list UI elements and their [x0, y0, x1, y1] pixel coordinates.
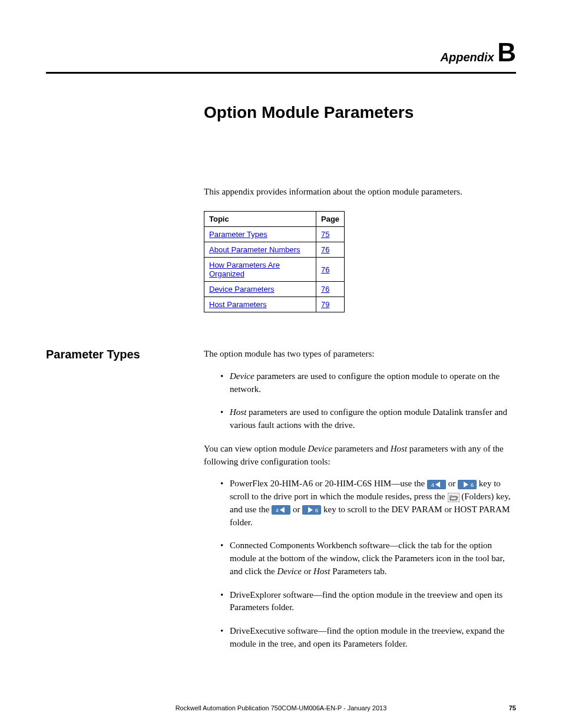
toc-link[interactable]: Host Parameters — [209, 300, 267, 309]
text: You can view option module — [204, 444, 308, 453]
section-parameter-types: Parameter Types The option module has tw… — [46, 348, 516, 661]
text: or — [293, 505, 302, 514]
svg-text:4: 4 — [276, 508, 279, 513]
table-row: Host Parameters 79 — [204, 297, 345, 312]
svg-text:6: 6 — [471, 482, 474, 488]
section-body: The option module has two types of param… — [204, 348, 516, 661]
emphasis: Host — [230, 407, 246, 417]
emphasis: Device — [308, 444, 332, 453]
list-item: DriveExplorer software—find the option m… — [220, 589, 516, 615]
toc-head-topic: Topic — [204, 212, 316, 227]
emphasis: Host — [313, 566, 330, 576]
emphasis: Device — [230, 371, 254, 381]
table-row: About Parameter Numbers 76 — [204, 242, 345, 258]
list-item: Host parameters are used to configure th… — [220, 406, 516, 432]
text: parameters are used to configure the opt… — [230, 407, 507, 430]
paragraph: The option module has two types of param… — [204, 348, 516, 361]
list-item: DriveExecutive software—find the option … — [220, 625, 516, 651]
toc-page-link[interactable]: 79 — [321, 300, 329, 309]
toc-page-link[interactable]: 75 — [321, 230, 329, 239]
emphasis: Host — [391, 444, 407, 453]
section-heading: Parameter Types — [46, 348, 204, 361]
folder-key-icon — [448, 493, 459, 502]
text: or — [448, 479, 458, 488]
toc-page-link[interactable]: 76 — [321, 245, 329, 254]
toc-page-link[interactable]: 76 — [321, 265, 329, 274]
page-number: 75 — [509, 704, 516, 711]
svg-text:6: 6 — [315, 508, 318, 513]
left-arrow-key-icon: 4 — [427, 480, 446, 489]
toc-link[interactable]: Device Parameters — [209, 285, 275, 294]
text: Parameters tab. — [330, 566, 386, 576]
text: parameters are used to configure the opt… — [230, 371, 500, 394]
text: or — [302, 566, 313, 576]
footer-text: Rockwell Automation Publication 750COM-U… — [176, 704, 387, 711]
divider — [46, 72, 516, 74]
toc-link[interactable]: Parameter Types — [209, 230, 267, 239]
toc-link[interactable]: How Parameters Are Organized — [209, 261, 280, 278]
emphasis: Device — [277, 566, 302, 576]
footer: Rockwell Automation Publication 750COM-U… — [46, 704, 516, 711]
intro-text: This appendix provides information about… — [204, 187, 516, 197]
appendix-prefix: Appendix — [441, 51, 498, 64]
toc-page-link[interactable]: 76 — [321, 285, 329, 294]
right-arrow-key-icon: 6 — [458, 480, 477, 489]
table-row: Device Parameters 76 — [204, 282, 345, 297]
toc-head-page: Page — [316, 212, 345, 227]
toc-table: Topic Page Parameter Types 75 About Para… — [204, 211, 345, 312]
text: parameters and — [332, 444, 391, 453]
table-row: Parameter Types 75 — [204, 227, 345, 242]
right-arrow-key-icon: 6 — [302, 505, 321, 515]
svg-text:4: 4 — [431, 482, 434, 488]
list-item: Connected Components Workbench software—… — [220, 539, 516, 578]
text: PowerFlex 20-HIM-A6 or 20-HIM-C6S HIM—us… — [230, 479, 427, 488]
bullet-list: PowerFlex 20-HIM-A6 or 20-HIM-C6S HIM—us… — [220, 477, 516, 650]
appendix-letter: B — [497, 38, 516, 67]
left-arrow-key-icon: 4 — [272, 505, 290, 515]
table-row: How Parameters Are Organized 76 — [204, 258, 345, 282]
bullet-list: Device parameters are used to configure … — [220, 370, 516, 432]
paragraph: You can view option module Device parame… — [204, 443, 516, 469]
toc-link[interactable]: About Parameter Numbers — [209, 245, 300, 254]
appendix-header: Appendix B — [46, 38, 516, 67]
list-item: Device parameters are used to configure … — [220, 370, 516, 396]
page-title: Option Module Parameters — [204, 103, 516, 122]
list-item: PowerFlex 20-HIM-A6 or 20-HIM-C6S HIM—us… — [220, 477, 516, 529]
